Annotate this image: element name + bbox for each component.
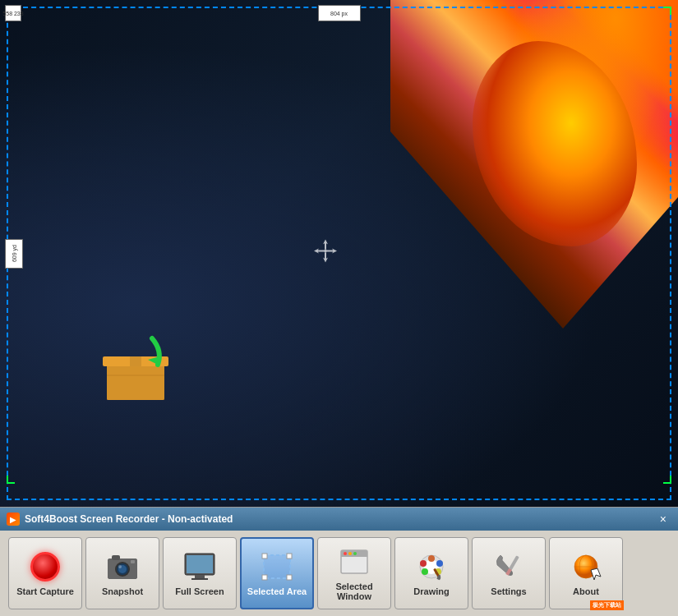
drawing-button[interactable]: Drawing	[394, 537, 468, 609]
handle-top[interactable]: 804 px	[318, 5, 361, 21]
svg-rect-32	[287, 575, 292, 580]
about-label: About	[573, 586, 599, 596]
snapshot-label: Snapshot	[102, 586, 143, 596]
svg-rect-31	[262, 575, 267, 580]
settings-button[interactable]: Settings	[472, 537, 546, 609]
svg-point-41	[420, 560, 427, 567]
selection-area-icon	[261, 552, 293, 582]
title-bar-left: ▶ Soft4Boost Screen Recorder - Non-activ…	[7, 513, 233, 526]
window-icon	[338, 547, 371, 577]
dim-label-topleft: 558 238	[2, 11, 23, 16]
dim-label-top: 804 px	[330, 11, 348, 16]
svg-rect-11	[107, 363, 164, 400]
app-title: Soft4Boost Screen Recorder - Non-activat…	[25, 513, 233, 525]
selwin-icon-container	[336, 545, 372, 578]
corner-marker-br	[663, 476, 671, 484]
svg-rect-22	[112, 555, 120, 560]
wrench-screwdriver-icon	[492, 552, 525, 582]
start-capture-button[interactable]: Start Capture	[8, 537, 82, 609]
watermark: 极光下载站	[590, 600, 624, 610]
snapshot-icon-container	[104, 550, 141, 583]
toolbar: ▶ Soft4Boost Screen Recorder - Non-activ…	[0, 507, 678, 616]
handle-left[interactable]: 609 yd	[5, 239, 23, 269]
svg-rect-30	[287, 554, 292, 559]
svg-rect-28	[264, 555, 290, 578]
full-screen-button[interactable]: Full Screen	[163, 537, 237, 609]
svg-rect-13	[130, 356, 141, 366]
box-icon	[90, 326, 189, 408]
handle-topleft[interactable]: 558 238	[5, 5, 21, 21]
start-capture-label: Start Capture	[16, 586, 74, 596]
drawing-icon	[415, 552, 448, 582]
selected-area-button[interactable]: Selected Area	[240, 537, 314, 609]
selected-window-label: Selected Window	[318, 582, 390, 601]
close-button[interactable]: ×	[655, 511, 671, 527]
cursor-globe-icon	[570, 552, 602, 582]
about-button[interactable]: About 极光下载站	[549, 537, 623, 609]
drawing-label: Drawing	[413, 586, 449, 596]
svg-point-38	[353, 552, 357, 555]
buttons-row: Start Capture Snapshot	[0, 531, 678, 616]
camera-icon	[106, 552, 139, 582]
svg-point-45	[428, 555, 435, 562]
svg-point-36	[344, 552, 347, 555]
monitor-icon	[183, 552, 216, 582]
selarea-icon-container	[259, 550, 295, 583]
svg-marker-54	[591, 568, 601, 580]
drawing-icon-container	[413, 550, 450, 583]
full-screen-label: Full Screen	[175, 586, 224, 596]
svg-rect-29	[262, 554, 267, 559]
corner-marker-bl	[7, 476, 15, 484]
fullscreen-icon-container	[182, 550, 218, 583]
svg-rect-26	[195, 575, 205, 578]
record-icon	[30, 552, 60, 582]
svg-point-21	[118, 565, 122, 568]
app-icon: ▶	[7, 513, 20, 526]
settings-icon-container	[491, 550, 527, 583]
capture-area: 558 238 804 px 609 yd	[0, 0, 678, 507]
svg-point-42	[436, 560, 443, 567]
selected-window-button[interactable]: Selected Window	[317, 537, 391, 609]
settings-label: Settings	[491, 586, 526, 596]
selected-area-label: Selected Area	[247, 586, 307, 596]
about-icon-container	[568, 550, 604, 583]
capture-icon-container	[27, 550, 63, 583]
svg-rect-25	[187, 555, 213, 573]
snapshot-button[interactable]: Snapshot	[85, 537, 159, 609]
svg-rect-23	[131, 560, 135, 563]
dim-label-left: 609 yd	[12, 245, 17, 262]
title-bar: ▶ Soft4Boost Screen Recorder - Non-activ…	[0, 508, 678, 531]
svg-point-37	[348, 552, 352, 555]
svg-point-43	[422, 568, 428, 575]
svg-rect-27	[191, 578, 208, 580]
corner-marker-tr	[663, 7, 671, 15]
